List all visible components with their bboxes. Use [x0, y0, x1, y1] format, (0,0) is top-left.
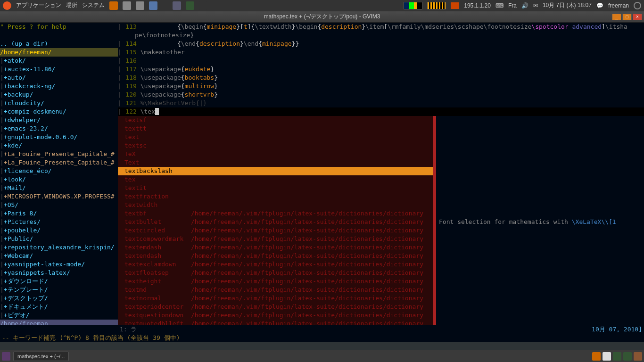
nerdtree-entry[interactable]: |+OS/	[0, 201, 118, 209]
clock[interactable]: 10月 7日 (木) 18:07	[543, 1, 592, 9]
window-titlebar[interactable]: mathspec.tex + (~/デスクトップ/pou) - GVIM3 _ …	[0, 11, 644, 23]
thunar-icon[interactable]	[123, 1, 131, 10]
mail-icon[interactable]	[136, 1, 144, 10]
completion-item[interactable]: textexclamdown /home/freeman/.vim/ftplug…	[118, 260, 436, 269]
nerdtree-root[interactable]: /home/freeman/	[0, 48, 118, 57]
completion-item[interactable]: textcompwordmark /home/freeman/.vim/ftpl…	[118, 235, 436, 243]
envelope-icon[interactable]: ✉	[533, 2, 538, 9]
completion-item[interactable]: textfloatsep /home/freeman/.vim/ftplugin…	[118, 269, 436, 277]
nerdtree-entry[interactable]: |+Mail/	[0, 184, 118, 192]
chat-icon[interactable]: 💬	[596, 2, 603, 9]
nerdtree-entry[interactable]: |+gnuplot-mode.0.6.0/	[0, 133, 118, 141]
nerdtree-entry[interactable]: |+La_Fouine_Presente_Capitale_#	[0, 150, 118, 158]
nerdtree-entry[interactable]: |+デスクトップ/	[0, 294, 118, 303]
ubuntu-logo-icon[interactable]	[3, 1, 11, 10]
completion-item[interactable]: textwidth	[118, 201, 436, 209]
emacs-icon[interactable]	[173, 1, 181, 10]
nerdtree-entry[interactable]: |+Public/	[0, 235, 118, 243]
nerdtree-entry[interactable]: |+kde/	[0, 141, 118, 150]
nerdtree-entry[interactable]: |+emacs-23.2/	[0, 124, 118, 133]
completion-item[interactable]: TeX	[118, 150, 436, 158]
menu-system[interactable]: システム	[82, 1, 105, 9]
nerdtree-entry[interactable]: |+ドキュメント/	[0, 303, 118, 311]
completion-item[interactable]: textmd /home/freeman/.vim/ftplugin/latex…	[118, 286, 436, 294]
nerdtree-help: " Press ? for help	[0, 23, 118, 31]
completion-item[interactable]: textsf	[118, 116, 436, 124]
completion-item[interactable]: text	[118, 133, 436, 141]
completion-item[interactable]: textheight /home/freeman/.vim/ftplugin/l…	[118, 277, 436, 286]
network-monitor-icon[interactable]	[404, 2, 422, 9]
tray-gvim1-icon[interactable]	[613, 352, 621, 361]
nerdtree-entry[interactable]: |+Pictures/	[0, 218, 118, 226]
gvim-window: mathspec.tex + (~/デスクトップ/pou) - GVIM3 _ …	[0, 11, 644, 342]
tray-trash-icon[interactable]	[634, 352, 642, 361]
main-buffer[interactable]: |113 {\begin{minipage}[t]{\textwidth}\be…	[118, 23, 644, 325]
preview-text: Font selection for mathematics with \XeL…	[439, 218, 620, 226]
nerdtree-entry[interactable]: |+atok/	[0, 57, 118, 65]
completion-item[interactable]: textbullet /home/freeman/.vim/ftplugin/l…	[118, 218, 436, 226]
nerdtree-entry[interactable]: |+auto/	[0, 74, 118, 82]
tray-firefox-icon[interactable]	[592, 352, 601, 361]
menu-applications[interactable]: アプリケーション	[16, 1, 61, 9]
completion-item[interactable]: textnormal /home/freeman/.vim/ftplugin/l…	[118, 294, 436, 303]
completion-item[interactable]: tex	[118, 175, 436, 184]
menu-places[interactable]: 場所	[66, 1, 77, 9]
close-button[interactable]: ×	[633, 14, 642, 20]
nerdtree-entry[interactable]: |+backup/	[0, 90, 118, 99]
power-icon[interactable]	[634, 2, 641, 9]
nerdtree-entry[interactable]: |+cloudcity/	[0, 99, 118, 107]
completion-item[interactable]: textit	[118, 184, 436, 192]
nerdtree-updir[interactable]: .. (up a dir)	[0, 40, 118, 48]
tray-clipboard-icon[interactable]	[603, 352, 611, 361]
nerdtree-entry[interactable]: |+ダウンロード/	[0, 277, 118, 286]
nerdtree-entry[interactable]: |+dwhelper/	[0, 116, 118, 124]
nerdtree-entry[interactable]: |+MICROSOFT.WINDOWS.XP.PROFESS#	[0, 192, 118, 201]
completion-popup[interactable]: textsftexttttexttextscTeXTexttextbacksla…	[118, 116, 436, 325]
nerdtree-entry[interactable]: |+ビデオ/	[0, 311, 118, 320]
keyboard-layout[interactable]: Fra	[508, 2, 517, 9]
nerdtree-entry[interactable]: |+look/	[0, 175, 118, 184]
editor-area: " Press ? for help .. (up a dir) /home/f…	[0, 23, 644, 325]
snowflake-icon[interactable]	[149, 1, 157, 10]
completion-item[interactable]: textemdash /home/freeman/.vim/ftplugin/l…	[118, 243, 436, 252]
maximize-button[interactable]: □	[622, 14, 632, 20]
nerdtree-entry[interactable]: |+poubelle/	[0, 226, 118, 235]
taskbar-gvim[interactable]: mathspec.tex + (~/...	[13, 352, 69, 361]
gvim-icon[interactable]	[186, 1, 194, 10]
indicator-icon[interactable]	[451, 2, 459, 9]
tray-gvim2-icon[interactable]	[623, 352, 632, 361]
terminal-icon[interactable]	[199, 1, 207, 10]
firefox-icon[interactable]	[109, 1, 118, 10]
keyboard-icon[interactable]: ⌨	[495, 2, 504, 9]
show-desktop-icon[interactable]	[2, 352, 10, 361]
completion-item[interactable]: textquotedblleft /home/freeman/.vim/ftpl…	[118, 320, 436, 325]
completion-item[interactable]: textsc	[118, 141, 436, 150]
completion-item[interactable]: textcircled /home/freeman/.vim/ftplugin/…	[118, 226, 436, 235]
speaker-icon[interactable]: 🔊	[521, 2, 528, 9]
nerdtree-entry[interactable]: |+yasnippet-latex-mode/	[0, 260, 118, 269]
completion-item[interactable]: textbackslash	[118, 167, 436, 175]
completion-item[interactable]: Text	[118, 158, 436, 167]
nerdtree-entry[interactable]: |+La_Fouine_Presente_Capitale_#	[0, 158, 118, 167]
completion-item[interactable]: textquestiondown /home/freeman/.vim/ftpl…	[118, 311, 436, 320]
username[interactable]: freeman	[608, 2, 629, 9]
completion-item[interactable]: textperiodcenter /home/freeman/.vim/ftpl…	[118, 303, 436, 311]
cpu-monitor-icon[interactable]	[427, 2, 446, 9]
nerdtree-entry[interactable]: |+backcrack-ng/	[0, 82, 118, 90]
minimize-button[interactable]: _	[612, 14, 621, 20]
completion-item[interactable]: textfraction	[118, 192, 436, 201]
completion-item[interactable]: textendash /home/freeman/.vim/ftplugin/l…	[118, 252, 436, 260]
nerdtree-entry[interactable]: |+auctex-11.86/	[0, 65, 118, 74]
completion-scrollbar[interactable]	[433, 116, 436, 325]
status-left: 1: ラ	[118, 325, 139, 334]
nerdtree-entry[interactable]: |+Paris 8/	[0, 209, 118, 218]
completion-item[interactable]: textbf /home/freeman/.vim/ftplugin/latex…	[118, 209, 436, 218]
nerdtree-entry[interactable]: |+テンプレート/	[0, 286, 118, 294]
nerdtree-sidebar[interactable]: " Press ? for help .. (up a dir) /home/f…	[0, 23, 118, 325]
nerdtree-entry[interactable]: |+compiz-deskmenu/	[0, 107, 118, 116]
nerdtree-entry[interactable]: |+Webcam/	[0, 252, 118, 260]
completion-item[interactable]: texttt	[118, 124, 436, 133]
nerdtree-entry[interactable]: |+yasnippets-latex/	[0, 269, 118, 277]
nerdtree-entry[interactable]: |+repository_alexandre_krispin/	[0, 243, 118, 252]
nerdtree-entry[interactable]: |+licence_éco/	[0, 167, 118, 175]
